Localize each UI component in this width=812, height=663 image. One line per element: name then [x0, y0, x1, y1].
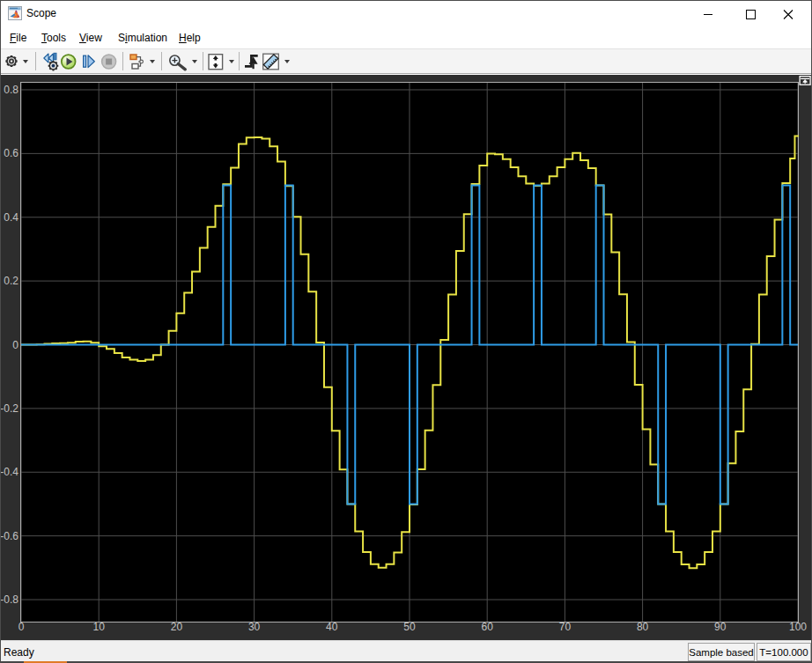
svg-text:0.8: 0.8: [4, 84, 18, 96]
svg-text:0.6: 0.6: [4, 147, 18, 159]
svg-text:80: 80: [637, 621, 649, 633]
svg-text:50: 50: [403, 621, 416, 633]
svg-text:30: 30: [248, 621, 261, 633]
svg-text:10: 10: [93, 621, 106, 633]
svg-text:40: 40: [326, 621, 338, 633]
svg-text:0: 0: [18, 621, 25, 633]
svg-text:90: 90: [714, 621, 727, 633]
svg-text:0.4: 0.4: [4, 211, 18, 224]
svg-text:60: 60: [482, 621, 494, 633]
svg-text:-0.4: -0.4: [1, 466, 18, 478]
svg-text:-0.2: -0.2: [1, 402, 18, 415]
svg-text:-0.6: -0.6: [1, 530, 18, 542]
svg-text:0.2: 0.2: [4, 275, 18, 287]
svg-text:20: 20: [171, 621, 183, 633]
svg-text:0: 0: [12, 339, 18, 351]
svg-text:70: 70: [559, 621, 572, 633]
svg-text:100: 100: [789, 621, 807, 633]
svg-text:-0.8: -0.8: [1, 593, 18, 606]
